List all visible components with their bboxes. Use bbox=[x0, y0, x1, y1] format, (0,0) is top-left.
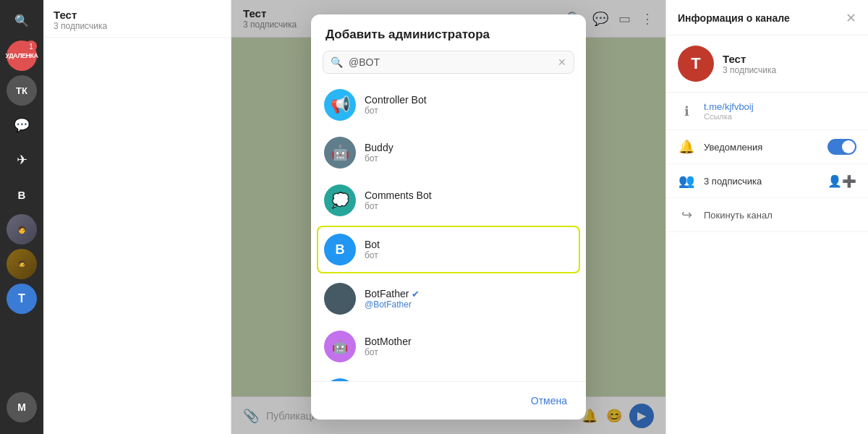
item-name: Controller Bot bbox=[365, 94, 427, 106]
chat-title: Тест bbox=[54, 9, 221, 21]
channel-details: Тест 3 подписчика bbox=[723, 53, 776, 75]
item-name: Bot bbox=[365, 239, 380, 250]
item-name: BotMother bbox=[365, 336, 412, 347]
info-icon: ℹ bbox=[678, 103, 695, 119]
info-row-link[interactable]: ℹ t.me/kjfvboij Ссылка bbox=[666, 93, 868, 130]
sidebar-item-udalenka[interactable]: УДАЛЕНКА 1 bbox=[7, 41, 37, 71]
right-panel-header: Информация о канале ✕ bbox=[666, 0, 868, 35]
cancel-button[interactable]: Отмена bbox=[524, 391, 574, 411]
sidebar-label: ТК bbox=[16, 85, 27, 96]
item-info: BotMother бот bbox=[365, 336, 412, 357]
modal-clear-icon[interactable]: ✕ bbox=[558, 56, 566, 68]
modal-overlay: Добавить администратора 🔍 ✕ 📢 Controller… bbox=[231, 0, 665, 434]
item-info: Controller Bot бот bbox=[365, 94, 427, 116]
leave-label: Покинуть канал bbox=[704, 210, 773, 221]
item-name: Buddy bbox=[365, 142, 393, 153]
chat-icon: 💬 bbox=[14, 117, 30, 133]
info-row-main: 3 подписчика bbox=[704, 176, 819, 187]
search-icon: 🔍 bbox=[14, 14, 29, 27]
modal-search-icon: 🔍 bbox=[331, 56, 343, 68]
modal-title: Добавить администратора bbox=[311, 14, 586, 51]
info-row-subscribers[interactable]: 👥 3 подписчика 👤➕ bbox=[666, 164, 868, 198]
item-sub: бот bbox=[365, 250, 380, 260]
item-sub: @BotFather bbox=[365, 299, 420, 310]
info-row-main: t.me/kjfvboij Ссылка bbox=[704, 101, 856, 121]
link-label: t.me/kjfvboij bbox=[704, 101, 856, 112]
list-item-selected[interactable]: B Bot бот bbox=[317, 226, 580, 273]
chat-list: Тест 3 подписчика bbox=[43, 0, 231, 434]
item-info: Buddy бот bbox=[365, 142, 393, 163]
vk-label: В bbox=[18, 189, 26, 201]
sidebar-item-vk[interactable]: В bbox=[7, 179, 37, 210]
sidebar-item-chat[interactable]: 💬 bbox=[7, 110, 37, 140]
channel-avatar: Т bbox=[678, 46, 714, 82]
subscribers-count: 3 подписчика bbox=[704, 176, 819, 187]
modal-search-input[interactable] bbox=[349, 56, 552, 68]
item-avatar: 🤖 bbox=[324, 137, 356, 169]
channel-name: Тест bbox=[723, 53, 776, 65]
sidebar-item-m[interactable]: М bbox=[7, 392, 37, 422]
sidebar-search-icon[interactable]: 🔍 bbox=[9, 7, 35, 33]
channel-subs: 3 подписчика bbox=[723, 65, 776, 75]
item-info: BotFather ✔ @BotFather bbox=[365, 288, 420, 310]
telegram-icon: ✈ bbox=[17, 152, 27, 168]
list-item[interactable]: BotFather ✔ @BotFather bbox=[311, 275, 586, 323]
add-admin-modal: Добавить администратора 🔍 ✕ 📢 Controller… bbox=[311, 14, 586, 420]
test-label: Т bbox=[18, 292, 25, 305]
sidebar-item-tk[interactable]: ТК bbox=[7, 75, 37, 106]
info-row-leave[interactable]: ↪ Покинуть канал bbox=[666, 198, 868, 232]
item-info: Comments Bot бот bbox=[365, 190, 432, 211]
channel-info-block: Т Тест 3 подписчика bbox=[666, 35, 868, 93]
list-item[interactable]: 💭 Comments Bot бот bbox=[311, 176, 586, 224]
item-sub: бот bbox=[365, 106, 427, 116]
close-button[interactable]: ✕ bbox=[846, 10, 856, 26]
right-panel: Информация о канале ✕ Т Тест 3 подписчик… bbox=[665, 0, 868, 434]
right-panel-title: Информация о канале bbox=[678, 12, 790, 24]
modal-search-bar[interactable]: 🔍 ✕ bbox=[323, 51, 574, 74]
chat-main: Тест 3 подписчика 🔍 💬 ▭ ⋮ Добавить админ… bbox=[231, 0, 665, 434]
item-avatar: 📢 bbox=[324, 89, 356, 121]
bell-icon: 🔔 bbox=[678, 139, 695, 155]
verified-icon: ✔ bbox=[412, 289, 420, 299]
item-avatar: B bbox=[324, 234, 356, 265]
list-item[interactable]: 🤖 Buddy бот bbox=[311, 129, 586, 176]
sidebar-badge: 1 bbox=[25, 41, 37, 52]
link-sublabel: Ссылка bbox=[704, 112, 856, 121]
item-avatar: 💭 bbox=[324, 184, 356, 216]
info-row-notifications[interactable]: 🔔 Уведомления bbox=[666, 130, 868, 164]
list-item[interactable]: 💠 Vip Sub | Организация платной подписки… bbox=[311, 370, 586, 381]
sidebar-item-telegram[interactable]: ✈ bbox=[7, 145, 37, 175]
item-name: BotFather ✔ bbox=[365, 288, 420, 299]
modal-list: 📢 Controller Bot бот 🤖 Buddy бот bbox=[311, 81, 586, 381]
item-avatar bbox=[324, 283, 356, 315]
item-sub: бот bbox=[365, 347, 412, 357]
item-sub: бот bbox=[365, 201, 432, 211]
list-item[interactable]: 📢 Controller Bot бот bbox=[311, 81, 586, 129]
sidebar-item-person2[interactable]: 🧔 bbox=[7, 249, 37, 279]
chat-subtitle: 3 подписчика bbox=[54, 21, 221, 31]
item-sub: бот bbox=[365, 153, 393, 163]
list-item[interactable]: 🤖 BotMother бот bbox=[311, 323, 586, 370]
item-info: Bot бот bbox=[365, 239, 380, 260]
sidebar-item-test[interactable]: Т bbox=[7, 284, 37, 314]
item-avatar: 🤖 bbox=[324, 331, 356, 362]
notifications-toggle[interactable] bbox=[827, 139, 856, 155]
subscribers-icon: 👥 bbox=[678, 173, 695, 189]
notifications-label: Уведомления bbox=[704, 142, 819, 153]
info-row-main: Уведомления bbox=[704, 142, 819, 153]
chat-list-header: Тест 3 подписчика bbox=[43, 0, 231, 38]
add-subscriber-icon[interactable]: 👤➕ bbox=[827, 174, 856, 188]
m-label: М bbox=[17, 401, 26, 413]
sidebar-item-person1[interactable]: 🧑 bbox=[7, 214, 37, 244]
modal-footer: Отмена bbox=[311, 381, 586, 420]
sidebar: 🔍 УДАЛЕНКА 1 ТК 💬 ✈ В 🧑 🧔 Т М bbox=[0, 0, 43, 434]
sidebar-label: УДАЛЕНКА bbox=[6, 52, 38, 59]
item-name: Comments Bot bbox=[365, 190, 432, 201]
leave-icon: ↪ bbox=[678, 207, 695, 223]
